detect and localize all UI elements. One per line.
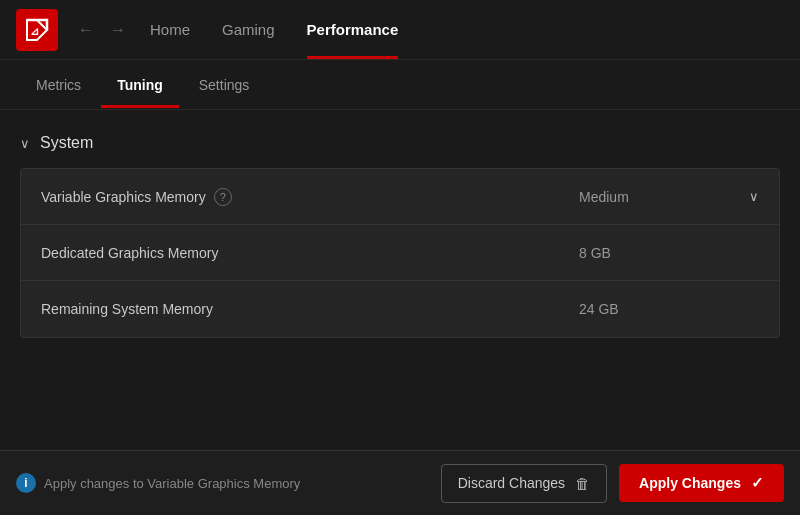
remaining-system-memory-text: Remaining System Memory (41, 301, 213, 317)
forward-button[interactable]: → (106, 17, 130, 43)
table-row: Variable Graphics Memory ? Medium ∨ (21, 169, 779, 225)
nav-performance[interactable]: Performance (307, 1, 399, 58)
tab-metrics[interactable]: Metrics (20, 63, 97, 107)
apply-changes-button[interactable]: Apply Changes ✓ (619, 464, 784, 502)
info-icon: i (16, 473, 36, 493)
section-header: ∨ System (20, 134, 780, 152)
nav-arrows: ← → (74, 17, 130, 43)
apply-label: Apply Changes (639, 475, 741, 491)
footer-info: i Apply changes to Variable Graphics Mem… (16, 473, 429, 493)
table-row: Dedicated Graphics Memory 8 GB (21, 225, 779, 281)
tab-tuning[interactable]: Tuning (101, 63, 179, 107)
variable-graphics-memory-text: Variable Graphics Memory (41, 189, 206, 205)
footer: i Apply changes to Variable Graphics Mem… (0, 450, 800, 515)
remaining-system-memory-value: 24 GB (579, 301, 759, 317)
table-row: Remaining System Memory 24 GB (21, 281, 779, 337)
section-chevron-icon[interactable]: ∨ (20, 136, 30, 151)
tab-settings[interactable]: Settings (183, 63, 266, 107)
dropdown-chevron-icon[interactable]: ∨ (749, 189, 759, 204)
variable-graphics-memory-label: Variable Graphics Memory ? (41, 188, 579, 206)
svg-text:⊿: ⊿ (30, 25, 39, 37)
dedicated-graphics-memory-text: Dedicated Graphics Memory (41, 245, 218, 261)
variable-graphics-memory-current: Medium (579, 189, 629, 205)
sub-tabs: Metrics Tuning Settings (0, 60, 800, 110)
nav-links: Home Gaming Performance (150, 1, 784, 58)
remaining-system-memory-label: Remaining System Memory (41, 301, 579, 317)
main-content: ∨ System Variable Graphics Memory ? Medi… (0, 110, 800, 450)
section-title: System (40, 134, 93, 152)
discard-changes-button[interactable]: Discard Changes 🗑 (441, 464, 607, 503)
remaining-system-memory-current: 24 GB (579, 301, 619, 317)
help-icon[interactable]: ? (214, 188, 232, 206)
back-button[interactable]: ← (74, 17, 98, 43)
dedicated-graphics-memory-value: 8 GB (579, 245, 759, 261)
dedicated-graphics-memory-label: Dedicated Graphics Memory (41, 245, 579, 261)
top-nav: ⊿ ← → Home Gaming Performance (0, 0, 800, 60)
dedicated-graphics-memory-current: 8 GB (579, 245, 611, 261)
variable-graphics-memory-value[interactable]: Medium ∨ (579, 189, 759, 205)
nav-gaming[interactable]: Gaming (222, 1, 275, 58)
footer-info-text: Apply changes to Variable Graphics Memor… (44, 476, 300, 491)
amd-logo-icon: ⊿ (16, 9, 58, 51)
settings-table: Variable Graphics Memory ? Medium ∨ Dedi… (20, 168, 780, 338)
nav-home[interactable]: Home (150, 1, 190, 58)
trash-icon: 🗑 (575, 475, 590, 492)
discard-label: Discard Changes (458, 475, 565, 491)
checkmark-icon: ✓ (751, 474, 764, 492)
